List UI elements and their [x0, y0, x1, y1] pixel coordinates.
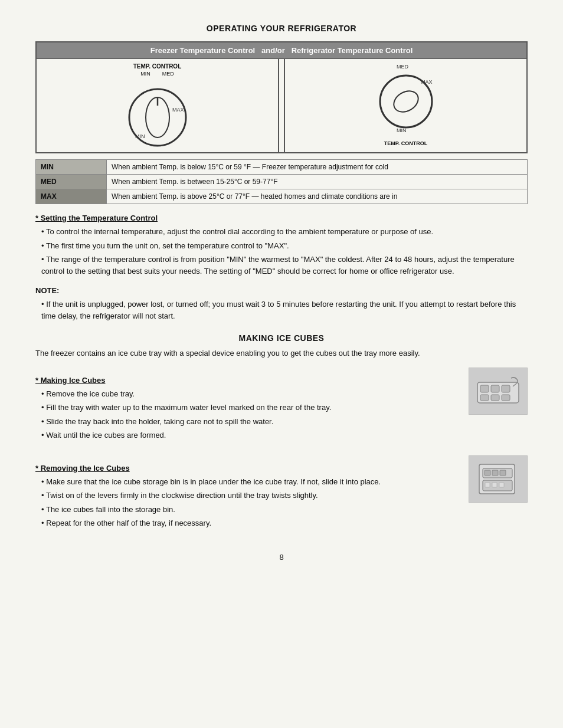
- svg-text:MAX: MAX: [172, 107, 184, 113]
- settings-med-label: MED: [36, 175, 107, 189]
- left-dial-min: MIN: [140, 71, 150, 77]
- svg-rect-21: [500, 470, 506, 476]
- right-dial-cell: MED MAX MIN TEMP. CONTROL: [284, 59, 527, 153]
- making-ice-section: * Making Ice Cubes Remove the ice cube t…: [35, 368, 528, 447]
- freezer-dial: TEMP. CONTROL MIN MED MIN: [122, 63, 193, 150]
- svg-rect-20: [492, 470, 498, 476]
- making-ice-list: Remove the ice cube tray. Fill the tray …: [35, 388, 459, 441]
- making-ice-intro: The freezer contains an ice cube tray wi…: [35, 347, 528, 359]
- setting-temp-heading: * Setting the Temperature Control: [35, 214, 528, 222]
- setting-temp-list: To control the internal temperature, adj…: [35, 226, 528, 277]
- settings-row-min: MIN When ambient Temp. is below 15°C or …: [36, 160, 528, 175]
- settings-row-max: MAX When ambient Temp. is above 25°C or …: [36, 189, 528, 204]
- settings-table: MIN When ambient Temp. is below 15°C or …: [35, 159, 528, 204]
- refrigerator-dial: MED MAX MIN TEMP. CONTROL: [371, 61, 441, 146]
- making-ice-heading: * Making Ice Cubes: [35, 376, 459, 385]
- removing-ice-illustration: [474, 461, 522, 497]
- removing-ice-list: Make sure that the ice cube storage bin …: [35, 476, 459, 529]
- removing-ice-bullet-2: Twist on of the levers firmly in the clo…: [41, 490, 459, 501]
- making-ice-image: [469, 368, 528, 415]
- removing-ice-bullet-4: Repeat for the other half of the tray, i…: [41, 517, 459, 529]
- svg-rect-24: [492, 483, 497, 487]
- freezer-dial-svg: MIN MAX: [122, 79, 193, 150]
- header-refrigerator: Refrigerator Temperature Control: [292, 46, 413, 55]
- settings-row-med: MED When ambient Temp. is between 15-25°…: [36, 175, 528, 189]
- removing-ice-section: * Removing the Ice Cubes Make sure that …: [35, 455, 528, 535]
- svg-rect-11: [480, 385, 489, 392]
- svg-rect-19: [485, 470, 490, 476]
- making-ice-bullet-4: Wait until the ice cubes are formed.: [41, 429, 459, 441]
- making-ice-bullet-1: Remove the ice cube tray.: [41, 388, 459, 400]
- removing-ice-heading: * Removing the Ice Cubes: [35, 464, 459, 473]
- removing-ice-bullet-1: Make sure that the ice cube storage bin …: [41, 476, 459, 488]
- setting-temp-bullet-2: The first time you turn the unit on, set…: [41, 240, 528, 252]
- removing-ice-image: [469, 455, 528, 503]
- left-dial-sublabels: MIN MED: [140, 71, 174, 77]
- svg-rect-23: [485, 483, 490, 487]
- svg-point-8: [389, 87, 421, 116]
- left-dial-cell: TEMP. CONTROL MIN MED MIN: [36, 59, 279, 153]
- note-list: If the unit is unplugged, power lost, or…: [35, 299, 528, 322]
- page-number: 8: [35, 553, 528, 562]
- svg-rect-16: [502, 395, 510, 401]
- svg-rect-15: [491, 395, 499, 401]
- making-ice-bullet-3: Slide the tray back into the holder, tak…: [41, 416, 459, 428]
- removing-ice-bullet-3: The ice cubes fall into the storage bin.: [41, 504, 459, 516]
- right-dial-bottom-label: TEMP. CONTROL: [384, 140, 427, 146]
- table-header: Freezer Temperature Control and/or Refri…: [36, 42, 527, 59]
- settings-max-desc: When ambient Temp. is above 25°C or 77°F…: [107, 189, 528, 204]
- svg-text:MIN: MIN: [135, 133, 145, 139]
- settings-max-label: MAX: [36, 189, 107, 204]
- svg-point-7: [380, 76, 432, 127]
- table-divider-cell: [279, 59, 284, 153]
- refrigerator-dial-svg: MED MAX MIN: [371, 61, 441, 138]
- svg-text:MED: MED: [397, 64, 409, 70]
- removing-ice-text: * Removing the Ice Cubes Make sure that …: [35, 455, 469, 535]
- temp-control-table: Freezer Temperature Control and/or Refri…: [35, 41, 528, 153]
- making-ice-illustration: [474, 373, 522, 409]
- svg-rect-14: [480, 395, 489, 401]
- settings-min-label: MIN: [36, 160, 107, 175]
- left-dial-top-label: TEMP. CONTROL: [133, 63, 181, 70]
- page-title: OPERATING YOUR REFRIGERATOR: [35, 24, 528, 33]
- header-divider: and/or: [261, 46, 285, 55]
- left-dial-med: MED: [162, 71, 174, 77]
- settings-med-desc: When ambient Temp. is between 15-25°C or…: [107, 175, 528, 189]
- svg-rect-25: [499, 483, 504, 487]
- setting-temp-bullet-1: To control the internal temperature, adj…: [41, 226, 528, 238]
- making-ice-text: * Making Ice Cubes Remove the ice cube t…: [35, 368, 469, 447]
- making-ice-title: MAKING ICE CUBES: [35, 333, 528, 343]
- setting-temp-bullet-3: The range of the temperature control is …: [41, 254, 528, 277]
- svg-rect-13: [502, 385, 510, 392]
- header-freezer: Freezer Temperature Control: [150, 46, 255, 55]
- settings-min-desc: When ambient Temp. is below 15°C or 59 °…: [107, 160, 528, 175]
- svg-rect-12: [491, 385, 499, 392]
- note-text: If the unit is unplugged, power lost, or…: [41, 299, 528, 322]
- note-heading: NOTE:: [35, 286, 528, 295]
- making-ice-bullet-2: Fill the tray with water up to the maxim…: [41, 402, 459, 414]
- svg-text:MIN: MIN: [397, 127, 407, 133]
